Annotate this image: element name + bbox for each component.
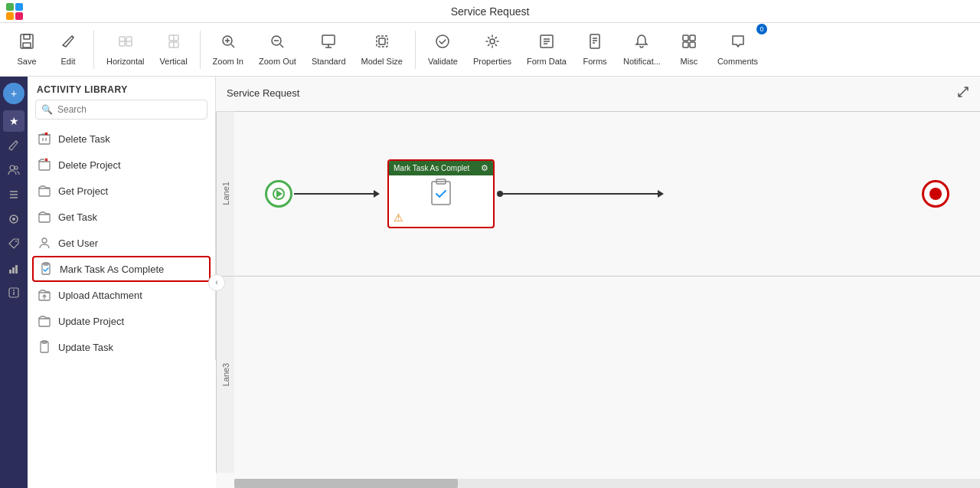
add-button[interactable]: + — [3, 83, 24, 104]
svg-rect-1 — [24, 34, 30, 39]
app-logo — [6, 3, 23, 20]
list-item-update-task[interactable]: Update Task — [28, 334, 215, 360]
svg-point-22 — [490, 39, 495, 44]
save-button[interactable]: Save — [8, 27, 46, 73]
properties-button[interactable]: Properties — [467, 27, 518, 73]
svg-rect-43 — [9, 270, 11, 273]
list-item-update-project[interactable]: Update Project — [28, 308, 215, 334]
forms-label: Forms — [583, 57, 606, 66]
task-clipboard-icon — [426, 177, 456, 208]
list-item-get-user[interactable]: Get User — [28, 230, 215, 256]
task-node-title: Mark Task As Complet... — [394, 164, 470, 172]
canvas-expand-button[interactable] — [954, 84, 972, 103]
canvas-scrollbar[interactable] — [234, 479, 980, 488]
search-input[interactable] — [35, 100, 207, 120]
get-project-icon — [37, 183, 52, 198]
sidebar-icon-circle[interactable] — [3, 208, 24, 230]
svg-point-35 — [10, 165, 15, 170]
standard-label: Standard — [312, 57, 346, 66]
sidebar-icon-tag[interactable] — [3, 233, 24, 254]
task-node[interactable]: Mark Task As Complet... ⚙ ⚠ — [387, 159, 495, 228]
forms-button[interactable]: Forms — [576, 27, 614, 73]
task-node-gear-icon[interactable]: ⚙ — [481, 163, 488, 173]
scrollbar-thumb[interactable] — [234, 479, 458, 488]
sidebar-icon-star[interactable]: ★ — [3, 110, 24, 132]
standard-icon — [320, 33, 337, 54]
logo-square-4 — [15, 12, 23, 20]
start-node[interactable] — [265, 180, 292, 208]
misc-button[interactable]: Misc — [670, 27, 708, 73]
get-user-icon — [37, 235, 52, 251]
delete-task-label: Delete Task — [58, 133, 110, 145]
activity-panel-wrapper: ACTIVITY LIBRARY 🔍 Delete Task — [28, 77, 216, 488]
zoom-out-button[interactable]: Zoom Out — [253, 27, 302, 73]
sidebar-icon-users[interactable] — [3, 159, 24, 181]
sidebar-icon-info[interactable] — [3, 282, 24, 303]
save-label: Save — [17, 57, 36, 66]
zoom-in-label: Zoom In — [213, 57, 243, 66]
mark-task-label: Mark Task As Complete — [60, 264, 164, 275]
svg-line-12 — [231, 44, 234, 47]
vertical-button[interactable]: Vertical — [154, 27, 194, 73]
canvas-title: Service Request — [227, 87, 299, 99]
horizontal-button[interactable]: Horizontal — [100, 27, 151, 73]
list-item-mark-task-complete[interactable]: Mark Task As Complete — [32, 256, 211, 282]
svg-rect-31 — [683, 35, 688, 41]
end-node[interactable] — [922, 180, 949, 208]
toolbar: Save Edit Horizontal Vertical Zoom In — [0, 23, 980, 77]
zoom-in-button[interactable]: Zoom In — [207, 27, 250, 73]
activity-library-title: ACTIVITY LIBRARY — [28, 77, 215, 100]
list-item-delete-project[interactable]: Delete Project — [28, 152, 215, 178]
sidebar-icon-bars[interactable] — [3, 257, 24, 279]
list-item-upload-attachment[interactable]: Upload Attachment — [28, 282, 215, 308]
search-icon: 🔍 — [41, 104, 53, 115]
play-arrow-icon — [276, 190, 283, 198]
svg-rect-27 — [590, 34, 599, 48]
svg-point-36 — [15, 166, 18, 169]
lane-3: Lane3 — [216, 276, 980, 473]
list-item-get-task[interactable]: Get Task — [28, 204, 215, 230]
list-item-get-project[interactable]: Get Project — [28, 178, 215, 204]
svg-point-41 — [12, 218, 15, 221]
forms-icon — [586, 33, 603, 54]
form-data-button[interactable]: Form Data — [521, 27, 573, 73]
svg-rect-45 — [15, 265, 18, 273]
zoom-out-label: Zoom Out — [259, 57, 296, 66]
standard-button[interactable]: Standard — [305, 27, 352, 73]
warning-triangle-icon: ⚠ — [394, 211, 403, 224]
svg-rect-19 — [377, 36, 387, 47]
zoom-in-icon — [220, 33, 237, 54]
logo-square-1 — [6, 3, 14, 11]
list-item-delete-task[interactable]: Delete Task — [28, 126, 215, 152]
get-task-label: Get Task — [58, 211, 97, 223]
toolbar-divider-3 — [415, 31, 416, 69]
svg-rect-62 — [432, 182, 450, 205]
sidebar-icon-list[interactable] — [3, 184, 24, 205]
edit-button[interactable]: Edit — [49, 27, 87, 73]
model-size-button[interactable]: Model Size — [355, 27, 409, 73]
svg-line-15 — [280, 44, 283, 47]
arrow-to-end — [658, 190, 664, 198]
toolbar-divider-2 — [200, 31, 201, 69]
update-task-icon — [37, 339, 52, 355]
horizontal-icon — [117, 33, 134, 54]
mark-task-icon — [38, 261, 54, 277]
comments-button[interactable]: 0 Comments — [711, 27, 764, 73]
upload-attachment-icon — [37, 287, 52, 303]
collapse-panel-button[interactable]: ‹ — [208, 274, 225, 291]
task-node-body — [389, 175, 493, 210]
vertical-label: Vertical — [160, 57, 188, 66]
activity-panel: ACTIVITY LIBRARY 🔍 Delete Task — [28, 77, 216, 360]
swimlanes: Lane1 Mark Task As Complet... — [216, 111, 980, 473]
validate-button[interactable]: Validate — [422, 27, 464, 73]
svg-point-42 — [15, 241, 17, 242]
sidebar-icon-edit[interactable] — [3, 135, 24, 156]
task-node-footer: ⚠ — [389, 210, 493, 227]
notifications-button[interactable]: Notificat... — [617, 27, 667, 73]
delete-project-icon — [37, 157, 52, 172]
svg-point-57 — [42, 238, 47, 243]
svg-rect-49 — [39, 135, 50, 144]
zoom-out-icon — [269, 33, 286, 54]
top-header: Service Request — [0, 0, 980, 23]
update-project-label: Update Project — [58, 316, 124, 327]
